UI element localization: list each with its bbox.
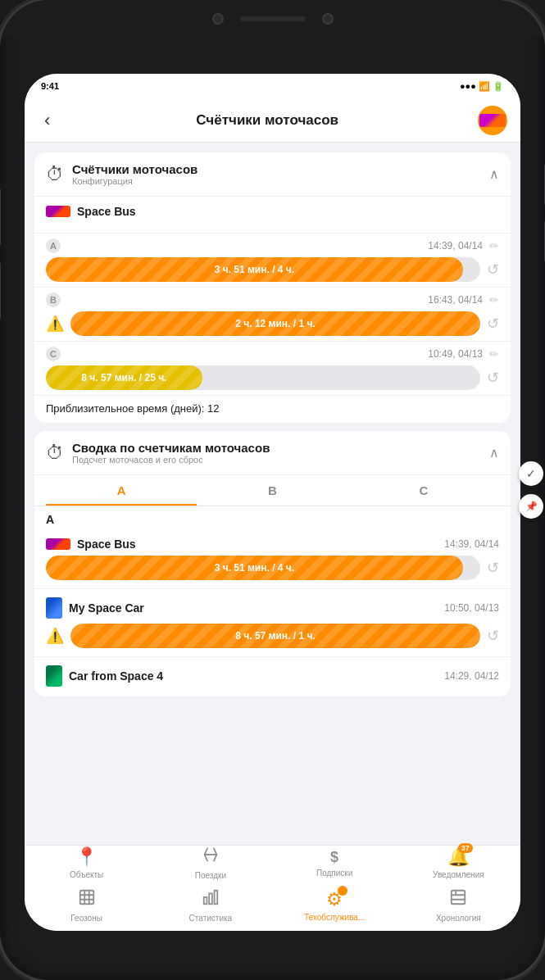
card1-chevron[interactable]: ∧ [489, 166, 499, 182]
card2-title: Сводка по счетчикам моточасов [72, 441, 270, 455]
nav-history[interactable]: Хронология [397, 888, 520, 931]
counter-a-date: 14:39, 04/14 [428, 240, 483, 252]
summary-bus-label: 3 ч. 51 мин. / 4 ч. [215, 562, 294, 574]
counter-a-progress-bar: 3 ч. 51 мин. / 4 ч. [46, 257, 480, 282]
nav-objects-label: Объекты [70, 870, 103, 879]
counter-a-row: A 14:39, 04/14 ✏ 3 ч. 51 мин. / 4 ч. ↺ [34, 234, 511, 288]
app-header: ‹ Счётчики моточасов [25, 98, 520, 143]
summary-bus-fill: 3 ч. 51 мин. / 4 ч. [46, 556, 463, 580]
counter-a-label: A [46, 238, 61, 253]
counter-a-fill: 3 ч. 51 мин. / 4 ч. [46, 257, 463, 282]
svg-rect-2 [204, 897, 207, 904]
back-button[interactable]: ‹ [38, 107, 57, 134]
objects-icon-wrapper: 📍 [75, 846, 98, 868]
summary-tabs: A B C [34, 475, 511, 506]
summary-car-icon [46, 597, 62, 619]
summary-bus-header: Space Bus 14:39, 04/14 [46, 538, 499, 551]
counter-c-edit[interactable]: ✏ [489, 347, 499, 361]
bus-icon [46, 206, 70, 217]
summary-car-progress: ⚠️ 8 ч. 57 мин. / 1 ч. ↺ [46, 624, 499, 648]
summary-car-date: 10:50, 04/13 [444, 602, 499, 614]
svg-rect-5 [452, 891, 466, 905]
geozones-icon [78, 888, 96, 911]
counter-c-refresh[interactable]: ↺ [487, 369, 499, 387]
counter-a-refresh[interactable]: ↺ [487, 261, 499, 279]
card2-subtitle: Подсчет моточасов и его сброс [72, 455, 270, 465]
counter-a-edit[interactable]: ✏ [489, 239, 499, 252]
nav-notifications[interactable]: 🔔 37 Уведомления [397, 846, 520, 888]
nav-notifications-label: Уведомления [433, 870, 484, 879]
tab-b[interactable]: B [197, 475, 347, 506]
front-camera [212, 13, 224, 25]
subscriptions-icon: $ [330, 849, 338, 866]
maintenance-icon-wrapper: ⚙ [326, 889, 343, 910]
card2-header-left: ⏱ Сводка по счетчикам моточасов Подсчет … [46, 441, 270, 465]
front-camera-2 [322, 13, 334, 25]
bottom-nav: 📍 Объекты Поездки $ Подписки 🔔 37 Уведом [25, 845, 520, 931]
card1-subtitle: Конфигурация [72, 176, 198, 186]
timer-icon: ⏱ [46, 164, 64, 185]
card1-title-block: Счётчики моточасов Конфигурация [72, 162, 198, 186]
counter-c-progress-row: 8 ч. 57 мин. / 25 ч. ↺ [46, 365, 499, 390]
summary-bus-bar: 3 ч. 51 мин. / 4 ч. [46, 556, 480, 580]
nav-geozones-label: Геозоны [70, 914, 102, 923]
summary-car-bar: 8 ч. 57 мин. / 1 ч. [70, 624, 480, 648]
counter-c-row: C 10:49, 04/13 ✏ 8 ч. 57 мин. / 25 ч. ↺ [34, 342, 511, 396]
check-button[interactable]: ✓ [519, 461, 543, 486]
status-icons: ●●● 📶 🔋 [460, 81, 504, 92]
summary-car4-header: Car from Space 4 14:29, 04/12 [46, 665, 499, 687]
counter-c-header: C 10:49, 04/13 ✏ [46, 347, 499, 361]
svg-rect-4 [214, 891, 217, 905]
summary-car4-partial: Car from Space 4 14:29, 04/12 [34, 657, 511, 696]
summary-car4-icon [46, 665, 62, 687]
counter-b-refresh[interactable]: ↺ [487, 315, 499, 333]
nav-trips[interactable]: Поездки [148, 846, 272, 888]
summary-car4-date: 14:29, 04/12 [444, 670, 499, 682]
counter-b-progress-row: ⚠️ 2 ч. 12 мин. / 1 ч. ↺ [46, 311, 499, 336]
summary-my-space-car: My Space Car 10:50, 04/13 ⚠️ 8 ч. 57 мин… [34, 589, 511, 657]
nav-maintenance-label: Техобслужива... [304, 913, 365, 922]
notifications-icon-wrapper: 🔔 37 [447, 846, 470, 868]
vehicle-header: Space Bus [46, 205, 499, 218]
check-icon: ✓ [526, 467, 536, 480]
objects-icon: 📍 [75, 846, 98, 867]
card1-title: Счётчики моточасов [72, 162, 198, 176]
pin-button[interactable]: 📌 [519, 494, 543, 519]
status-time: 9:41 [41, 81, 59, 91]
card2-chevron[interactable]: ∧ [489, 445, 499, 461]
counter-b-date: 16:43, 04/14 [428, 294, 483, 306]
summary-bus-date: 14:39, 04/14 [444, 538, 499, 550]
summary-car-refresh[interactable]: ↺ [487, 627, 499, 645]
nav-objects[interactable]: 📍 Объекты [25, 846, 148, 888]
card1-header: ⏱ Счётчики моточасов Конфигурация ∧ [34, 152, 511, 197]
nav-trips-label: Поездки [195, 871, 226, 880]
section-a-label: A [34, 506, 511, 529]
page-title: Счётчики моточасов [196, 112, 338, 129]
summary-car-header: My Space Car 10:50, 04/13 [46, 597, 499, 619]
tab-a[interactable]: A [46, 475, 197, 506]
content-area: ⏱ Счётчики моточасов Конфигурация ∧ Spac… [25, 143, 520, 845]
nav-maintenance[interactable]: ⚙ Техобслужива... [273, 888, 397, 931]
counter-b-header: B 16:43, 04/14 ✏ [46, 293, 499, 307]
notification-badge: 37 [458, 843, 473, 853]
card2-header: ⏱ Сводка по счетчикам моточасов Подсчет … [34, 431, 511, 475]
counter-b-row: B 16:43, 04/14 ✏ ⚠️ 2 ч. 12 мин. / 1 ч. … [34, 288, 511, 342]
card2-title-block: Сводка по счетчикам моточасов Подсчет мо… [72, 441, 270, 465]
counter-a-header: A 14:39, 04/14 ✏ [46, 238, 499, 253]
history-icon [449, 888, 467, 911]
summary-car-label: 8 ч. 57 мин. / 1 ч. [235, 630, 315, 642]
tab-c[interactable]: C [348, 475, 499, 506]
counter-b-label-text: 2 ч. 12 мин. / 1 ч. [235, 318, 315, 329]
counter-b-edit[interactable]: ✏ [489, 293, 499, 306]
statistics-icon [202, 888, 220, 911]
nav-subscriptions[interactable]: $ Подписки [273, 846, 397, 888]
timer2-icon: ⏱ [46, 442, 64, 464]
summary-car-fill: 8 ч. 57 мин. / 1 ч. [70, 624, 480, 648]
counter-c-date: 10:49, 04/13 [428, 348, 483, 360]
counter-a-progress-row: 3 ч. 51 мин. / 4 ч. ↺ [46, 257, 499, 282]
pin-icon: 📌 [525, 501, 538, 512]
nav-geozones[interactable]: Геозоны [25, 888, 148, 931]
avatar[interactable] [478, 106, 507, 135]
summary-bus-refresh[interactable]: ↺ [487, 559, 499, 577]
nav-statistics[interactable]: Статистика [148, 888, 272, 931]
